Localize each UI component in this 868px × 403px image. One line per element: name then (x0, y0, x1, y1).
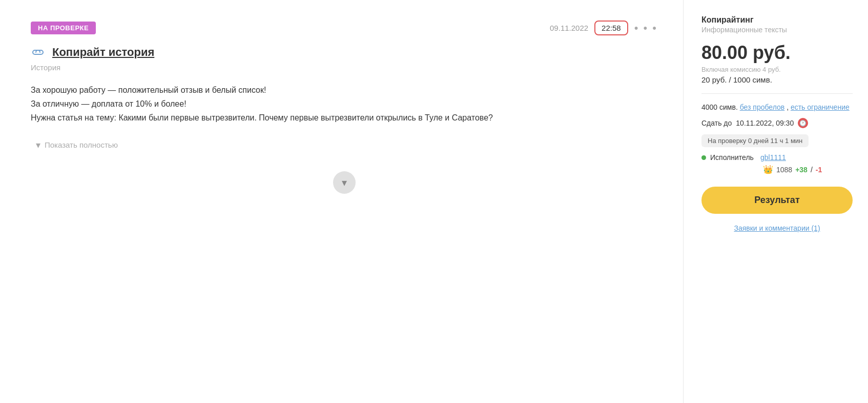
divider (701, 93, 853, 94)
rating-separator: / (811, 166, 813, 174)
deadline-value: 10.11.2022, 09:30 (736, 119, 794, 127)
deadline-row: Сдать до 10.11.2022, 09:30 🕐 (701, 118, 853, 128)
per-sym-label: 20 руб. / 1000 симв. (701, 75, 853, 84)
body-line-1: За хорошую работу — положительный отзыв … (31, 83, 657, 97)
subcategory-label: Информационные тексты (701, 26, 853, 34)
chevron-down-icon: ▾ (36, 139, 40, 151)
has-limit-link[interactable]: есть ограничение (791, 103, 850, 111)
body-line-2: За отличную — доплата от 10% и более! (31, 97, 657, 111)
no-spaces-link[interactable]: без пробелов (740, 103, 785, 111)
main-panel: НА ПРОВЕРКЕ 09.11.2022 22:58 • • • Копир… (0, 0, 684, 403)
result-button[interactable]: Результат (701, 187, 853, 214)
commission-label: Включая комиссию 4 руб. (701, 66, 853, 73)
scroll-down-button[interactable]: ▾ (333, 171, 356, 194)
deadline-label: Сдать до (701, 119, 732, 127)
comments-link[interactable]: Заявки и комментарии (1) (701, 224, 853, 232)
status-badge: НА ПРОВЕРКЕ (31, 22, 96, 34)
bottom-arrow-container: ▾ (31, 171, 657, 194)
article-title[interactable]: Копирайт история (52, 46, 154, 59)
top-right-actions: 09.11.2022 22:58 • • • (550, 21, 657, 35)
time-left-badge: На проверку 0 дней 11 ч 1 мин (701, 134, 809, 147)
executor-row: Исполнитель gbl1111 (701, 153, 853, 162)
crown-icon: 👑 (763, 165, 773, 174)
side-panel: Копирайтинг Информационные тексты 80.00 … (684, 0, 868, 403)
show-more-label: Показать полностью (45, 140, 118, 149)
date-text: 09.11.2022 (550, 24, 588, 32)
executor-label: Исполнитель (710, 153, 756, 162)
rating-value: 1088 (776, 166, 792, 174)
title-row: Копирайт история (31, 46, 657, 59)
rating-positive: +38 (795, 166, 808, 174)
price-value: 80.00 руб. (701, 42, 853, 64)
chars-row: 4000 симв. без пробелов , есть ограничен… (701, 102, 853, 113)
body-line-3: Нужна статья на тему: Какими были первые… (31, 111, 657, 125)
link-icon (31, 48, 45, 56)
show-more-button[interactable]: ▾ Показать полностью (36, 139, 657, 151)
rating-row: 👑 1088 +38 / -1 (763, 165, 853, 174)
clock-icon: 🕐 (798, 118, 808, 128)
article-subtitle: История (31, 63, 657, 72)
chars-value: 4000 симв. (701, 103, 738, 111)
chevron-down-icon: ▾ (342, 176, 347, 189)
rating-negative: -1 (816, 166, 822, 174)
time-badge: 22:58 (594, 21, 628, 35)
category-label: Копирайтинг (701, 15, 853, 25)
top-row: НА ПРОВЕРКЕ 09.11.2022 22:58 • • • (31, 21, 657, 35)
more-options-button[interactable]: • • • (634, 22, 657, 35)
online-indicator (701, 155, 706, 160)
executor-link[interactable]: gbl1111 (760, 153, 786, 162)
article-body: За хорошую работу — положительный отзыв … (31, 83, 657, 125)
